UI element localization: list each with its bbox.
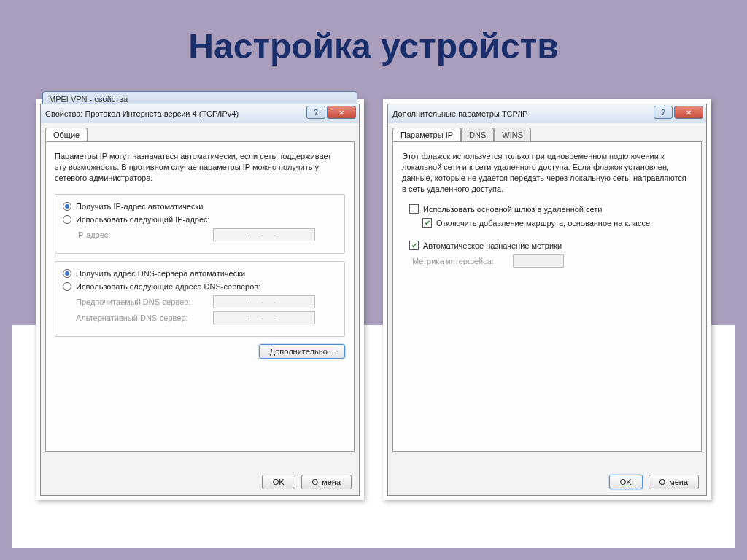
checkbox-route-label: Отключить добавление маршрута, основанно…: [436, 219, 650, 228]
dialog-ipv4-properties-card: MPEI VPN - свойства Свойства: Протокол И…: [36, 99, 364, 500]
tab-ip-params[interactable]: Параметры IP: [392, 128, 461, 141]
checkbox-metric-label: Автоматическое назначение метрики: [423, 241, 562, 250]
help-button[interactable]: ?: [306, 106, 325, 119]
dialog-ipv4-properties: MPEI VPN - свойства Свойства: Протокол И…: [40, 104, 360, 496]
dialog-tcpip-advanced: Дополнительные параметры TCP/IP ? ✕ Пара…: [387, 104, 707, 496]
dns-preferred-label: Предпочитаемый DNS-сервер:: [76, 298, 207, 306]
radio-icon: [63, 269, 71, 278]
dialog-buttons: OK Отмена: [262, 475, 352, 489]
dialog-buttons: OK Отмена: [609, 475, 699, 489]
dns-alt-input[interactable]: . . .: [213, 311, 315, 324]
dns-preferred-input[interactable]: . . .: [213, 295, 315, 308]
metric-label: Метрика интерфейса:: [412, 257, 507, 265]
close-button[interactable]: ✕: [327, 106, 356, 119]
radio-icon: [63, 282, 71, 291]
advanced-button[interactable]: Дополнительно...: [259, 344, 345, 359]
radio-ip-manual-label: Использовать следующий IP-адрес:: [76, 215, 210, 224]
radio-ip-auto-row[interactable]: Получить IP-адрес автоматически: [63, 202, 337, 211]
checkbox-route-row[interactable]: ✔ Отключить добавление маршрута, основан…: [422, 218, 692, 228]
radio-ip-auto-label: Получить IP-адрес автоматически: [76, 202, 203, 211]
close-button[interactable]: ✕: [674, 106, 703, 119]
checkbox-icon: ✔: [409, 241, 419, 250]
help-button[interactable]: ?: [654, 106, 673, 119]
tab-general[interactable]: Общие: [45, 128, 88, 141]
radio-dns-manual-label: Использовать следующие адреса DNS-сервер…: [76, 282, 260, 291]
cancel-button[interactable]: Отмена: [649, 475, 699, 489]
metric-input[interactable]: [513, 254, 564, 268]
titlebar: Дополнительные параметры TCP/IP ? ✕: [388, 104, 706, 123]
dns-alt-row: Альтернативный DNS-сервер: . . .: [76, 311, 337, 324]
dns-alt-label: Альтернативный DNS-сервер:: [76, 314, 207, 322]
radio-icon: [63, 202, 71, 211]
dns-group: Получить адрес DNS-сервера автоматически…: [55, 261, 345, 337]
slide-title: Настройка устройств: [12, 26, 735, 66]
dialog-tcpip-advanced-card: Дополнительные параметры TCP/IP ? ✕ Пара…: [383, 99, 711, 500]
ok-button[interactable]: OK: [262, 475, 295, 489]
tab-body-ip: Этот флажок используется только при одно…: [392, 141, 702, 452]
background-window-title: MPEI VPN - свойства: [49, 95, 128, 104]
ip-address-group: Получить IP-адрес автоматически Использо…: [55, 194, 345, 254]
radio-dns-auto-label: Получить адрес DNS-сервера автоматически: [76, 269, 245, 278]
radio-icon: [63, 215, 71, 224]
radio-ip-manual-row[interactable]: Использовать следующий IP-адрес:: [63, 215, 337, 224]
ip-address-field-row: IP-адрес: . . .: [76, 228, 337, 241]
radio-dns-manual-row[interactable]: Использовать следующие адреса DNS-сервер…: [63, 282, 337, 291]
tab-wins[interactable]: WINS: [494, 128, 531, 141]
checkbox-metric-row[interactable]: ✔ Автоматическое назначение метрики: [409, 241, 692, 250]
radio-dns-auto-row[interactable]: Получить адрес DNS-сервера автоматически: [63, 269, 337, 278]
tab-strip: Общие: [41, 123, 359, 141]
ip-address-label: IP-адрес:: [76, 230, 207, 239]
window-title: Свойства: Протокол Интернета версии 4 (T…: [45, 109, 239, 118]
metric-field-row: Метрика интерфейса:: [412, 254, 692, 268]
dns-preferred-row: Предпочитаемый DNS-сервер: . . .: [76, 295, 337, 308]
description-text: Параметры IP могут назначаться автоматич…: [55, 151, 345, 184]
tab-body-general: Параметры IP могут назначаться автоматич…: [45, 141, 355, 452]
description-text: Этот флажок используется только при одно…: [402, 151, 692, 194]
checkbox-gateway-label: Использовать основной шлюз в удаленной с…: [423, 205, 603, 214]
titlebar: Свойства: Протокол Интернета версии 4 (T…: [41, 104, 359, 123]
checkbox-gateway-row[interactable]: Использовать основной шлюз в удаленной с…: [409, 204, 692, 214]
ip-address-input[interactable]: . . .: [213, 228, 315, 241]
cancel-button[interactable]: Отмена: [301, 475, 352, 489]
ok-button[interactable]: OK: [609, 475, 643, 489]
window-title: Дополнительные параметры TCP/IP: [392, 109, 527, 118]
tab-strip: Параметры IP DNS WINS: [388, 123, 706, 141]
checkbox-icon: ✔: [422, 218, 432, 228]
tab-dns[interactable]: DNS: [461, 128, 494, 141]
checkbox-icon: [409, 204, 419, 214]
